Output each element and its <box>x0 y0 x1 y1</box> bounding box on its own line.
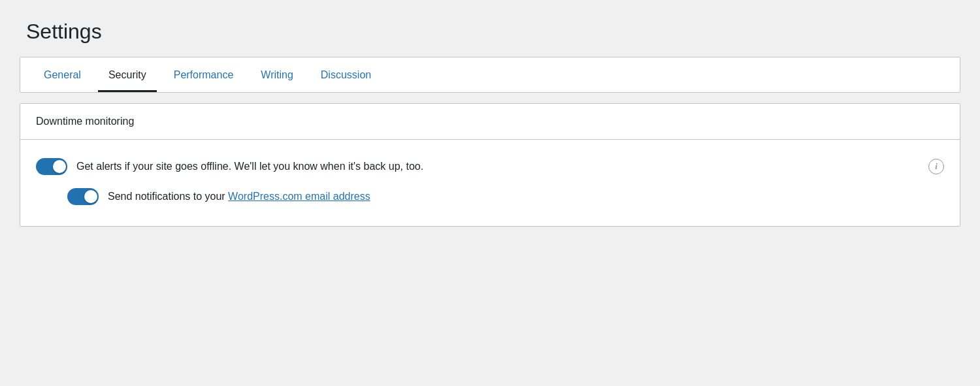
toggle-row-1: Get alerts if your site goes offline. We… <box>36 158 944 175</box>
toggle-2-label-before: Send notifications to your <box>108 191 228 202</box>
toggle-notifications[interactable] <box>67 188 99 205</box>
tabs-panel: General Security Performance Writing Dis… <box>20 57 960 93</box>
tabs-nav: General Security Performance Writing Dis… <box>20 57 960 92</box>
tab-discussion[interactable]: Discussion <box>310 57 382 92</box>
page-title: Settings <box>20 20 960 44</box>
tab-security[interactable]: Security <box>98 57 157 92</box>
tab-performance[interactable]: Performance <box>163 57 244 92</box>
toggle-thumb-2 <box>84 190 97 203</box>
wordpress-email-link[interactable]: WordPress.com email address <box>228 191 370 202</box>
toggle-2-label: Send notifications to your WordPress.com… <box>108 189 944 204</box>
settings-container: Settings General Security Performance Wr… <box>20 20 960 227</box>
section-header: Downtime monitoring <box>20 104 960 140</box>
content-card: Downtime monitoring Get alerts if your s… <box>20 103 960 227</box>
section-title: Downtime monitoring <box>36 116 134 127</box>
info-icon[interactable]: i <box>928 159 944 174</box>
section-body: Get alerts if your site goes offline. We… <box>20 140 960 226</box>
tab-general[interactable]: General <box>33 57 91 92</box>
tab-writing[interactable]: Writing <box>250 57 304 92</box>
toggle-thumb-1 <box>53 160 66 173</box>
toggle-1-label: Get alerts if your site goes offline. We… <box>76 159 919 174</box>
toggle-alerts[interactable] <box>36 158 67 175</box>
toggle-row-2: Send notifications to your WordPress.com… <box>36 188 944 205</box>
